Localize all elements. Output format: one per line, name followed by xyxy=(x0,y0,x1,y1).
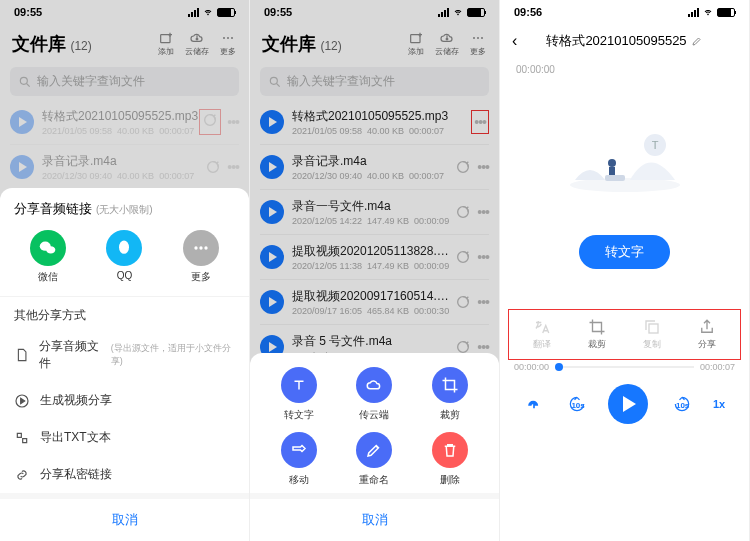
crop-action[interactable]: 裁剪 xyxy=(417,367,483,422)
elapsed-time: 00:00:00 xyxy=(500,58,749,75)
rename-action[interactable]: 重命名 xyxy=(342,432,408,487)
time-right: 00:00:07 xyxy=(700,362,735,372)
cancel-button[interactable]: 取消 xyxy=(0,493,249,541)
delete-action[interactable]: 删除 xyxy=(417,432,483,487)
rewind-button[interactable]: 10s xyxy=(567,394,584,414)
toolbar: 翻译 裁剪 复制 分享 xyxy=(508,309,741,360)
play-button[interactable] xyxy=(608,384,648,424)
copy-icon xyxy=(643,318,661,336)
copy-button[interactable]: 复制 xyxy=(643,318,661,351)
svg-text:T: T xyxy=(651,139,658,151)
cancel-button[interactable]: 取消 xyxy=(250,493,499,541)
forward-button[interactable]: 10s xyxy=(672,394,689,414)
cloud-action[interactable]: 传云端 xyxy=(342,367,408,422)
svg-point-29 xyxy=(608,159,616,167)
svg-rect-30 xyxy=(609,167,615,176)
translate-icon xyxy=(533,318,551,336)
svg-point-10 xyxy=(119,241,129,254)
illustration: T xyxy=(500,75,749,225)
private-link-option[interactable]: 分享私密链接 xyxy=(0,456,249,493)
crop-icon xyxy=(588,318,606,336)
detail-title: 转格式20210105095525 xyxy=(546,32,686,50)
move-action[interactable]: 移动 xyxy=(266,432,332,487)
earbud-icon xyxy=(524,394,544,414)
share-button[interactable]: 分享 xyxy=(698,318,716,351)
share-more[interactable]: 更多 xyxy=(183,230,219,284)
audio-button[interactable] xyxy=(524,394,544,414)
svg-rect-32 xyxy=(649,324,658,333)
svg-point-9 xyxy=(46,246,55,253)
status-bar: 09:56 xyxy=(500,0,749,24)
svg-point-11 xyxy=(194,246,197,249)
battery-icon xyxy=(717,8,735,17)
link-icon xyxy=(14,467,30,483)
progress-bar[interactable]: 00:00:00 00:00:07 xyxy=(500,360,749,374)
svg-point-12 xyxy=(199,246,202,249)
player-controls: 10s 10s 1x xyxy=(500,374,749,438)
svg-point-13 xyxy=(204,246,207,249)
share-sheet: 分享音频链接(无大小限制) 微信 QQ 更多 其他分享方式 分享音频文件(导出源… xyxy=(0,188,249,541)
phone-3: 09:56 ‹ 转格式20210105095525 00:00:00 T 转文字… xyxy=(500,0,750,541)
export-txt-option[interactable]: 导出TXT文本 xyxy=(0,419,249,456)
to-text-button[interactable]: 转文字 xyxy=(579,235,670,269)
sheet-subtitle: (无大小限制) xyxy=(96,204,153,215)
speed-button[interactable]: 1x xyxy=(713,398,725,410)
video-share-option[interactable]: 生成视频分享 xyxy=(0,382,249,419)
edit-icon[interactable] xyxy=(691,35,703,47)
play-circle-icon xyxy=(14,393,30,409)
share-wechat[interactable]: 微信 xyxy=(30,230,66,284)
action-sheet: 转文字 传云端 裁剪 移动 重命名 删除 取消 xyxy=(250,353,499,541)
status-time: 09:56 xyxy=(514,6,542,18)
phone-2: 09:55 文件库 (12) 添加 云储存 更多 输入关键字查询文件 转格式20… xyxy=(250,0,500,541)
share-icon xyxy=(698,318,716,336)
file-icon xyxy=(14,347,29,363)
svg-point-26 xyxy=(570,178,680,192)
wifi-icon xyxy=(702,8,714,17)
signal-icon xyxy=(688,8,699,17)
other-share-heading: 其他分享方式 xyxy=(0,297,249,328)
sheet-title: 分享音频链接 xyxy=(14,201,92,216)
export-icon xyxy=(14,430,30,446)
detail-header: ‹ 转格式20210105095525 xyxy=(500,24,749,58)
back-button[interactable]: ‹ xyxy=(512,32,517,50)
translate-button[interactable]: 翻译 xyxy=(533,318,551,351)
time-left: 00:00:00 xyxy=(514,362,549,372)
crop-button[interactable]: 裁剪 xyxy=(588,318,606,351)
share-file-option[interactable]: 分享音频文件(导出源文件，适用于小文件分享) xyxy=(0,328,249,382)
svg-rect-31 xyxy=(605,175,625,181)
phone-1: 09:55 文件库 (12) 添加 云储存 更多 输入关键字查询文件 转格式20… xyxy=(0,0,250,541)
share-qq[interactable]: QQ xyxy=(106,230,142,284)
to-text-action[interactable]: 转文字 xyxy=(266,367,332,422)
